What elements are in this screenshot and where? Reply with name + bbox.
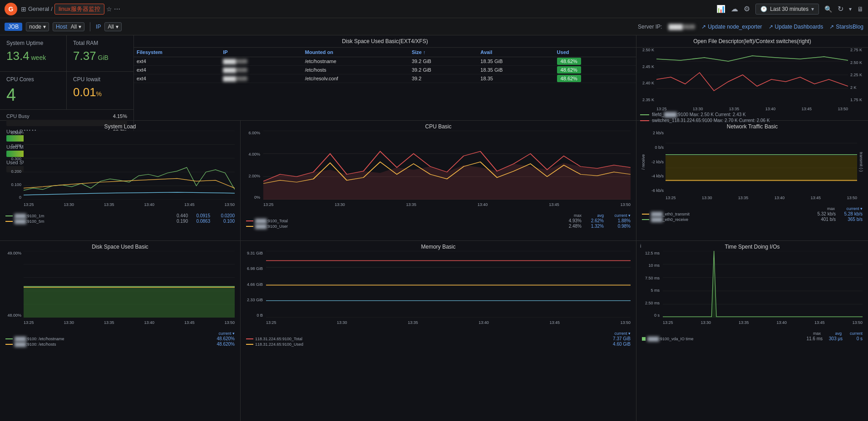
add-panel-icon[interactable]: 📊 xyxy=(716,5,725,13)
legend-row: 118.31.224.65:9100_Total 7.37 GiB xyxy=(246,336,631,341)
ip-filter-dropdown[interactable]: All ▾ xyxy=(104,22,121,31)
fd-y-axis-right: 2.75 K2.50 K2.25 K2 K1.75 K xyxy=(849,48,866,102)
job-filter-dropdown[interactable]: node ▾ xyxy=(26,22,49,31)
job-value: node xyxy=(29,24,41,30)
starsl-blog-link[interactable]: ↗ StarslsBlog xyxy=(829,24,863,30)
external-link-icon2: ↗ xyxy=(769,24,773,30)
save-icon[interactable]: ☁ xyxy=(731,5,738,13)
star-icon[interactable]: ☆ xyxy=(106,5,112,13)
refresh-dropdown-icon[interactable]: ▾ xyxy=(849,6,852,12)
settings-icon[interactable]: ⚙ xyxy=(744,5,750,13)
host-filter-dropdown[interactable]: Host All ▾ xyxy=(53,22,84,31)
update-exporter-link[interactable]: ↗ Update node_exporter xyxy=(701,24,762,30)
cpu-avg2: 1.32% xyxy=(583,224,604,229)
disk-table: Filesystem IP Mounted on Size ↑ Avail Us… xyxy=(134,48,636,83)
refresh-icon[interactable]: ↻ xyxy=(838,5,843,13)
legend-row: ████:9100_1m 0.440 0.0915 0.0200 xyxy=(5,213,235,218)
nav-left: G ⊞ General / linux服务器监控 ☆ ⋯ xyxy=(5,3,716,15)
cell-used: 48.62% xyxy=(554,66,636,74)
io-svg xyxy=(663,251,863,318)
info-icon: i xyxy=(640,244,641,249)
breadcrumb-home[interactable]: General xyxy=(28,5,49,12)
system-load-panel: System Load 0.5000.4000.3000.2000.1000 xyxy=(0,121,241,240)
time-range-picker[interactable]: 🕐 Last 30 minutes ▾ xyxy=(755,4,819,15)
memory-title: Memory Basic xyxy=(244,244,632,250)
update-exporter-label: Update node_exporter xyxy=(708,24,762,30)
net-legend: max current ▾ ████_eth0_transmit 5.32 kb… xyxy=(640,206,864,223)
filter-bar: JOB node ▾ Host All ▾ IP All ▾ Server IP… xyxy=(0,18,868,35)
cpu-legend-color2 xyxy=(246,226,253,227)
load-max2: 0.190 xyxy=(170,219,188,224)
cell-ip: ████:9100 xyxy=(220,57,302,66)
load-avg2: 0.0863 xyxy=(190,219,210,224)
cpu-iowait-label: CPU Iowait xyxy=(73,76,127,83)
network-title: Network Traffic Basic xyxy=(640,123,864,130)
nav-right: 📊 ☁ ⚙ 🕐 Last 30 minutes ▾ 🔍 ↻ ▾ 🖥 xyxy=(716,4,863,15)
memory-legend: current ▾ 118.31.224.65:9100_Total 7.37 … xyxy=(244,330,632,348)
disk-cur2: 48.620% xyxy=(205,342,235,347)
tv-mode-icon[interactable]: 🖥 xyxy=(857,5,863,13)
col-avail[interactable]: Avail xyxy=(478,48,554,57)
memory-y-axis: 9.31 GiB6.98 GiB4.66 GiB2.33 GiB0 B xyxy=(244,251,264,318)
external-link-icon3: ↗ xyxy=(829,24,834,30)
cell-mount: /etc/hosts xyxy=(302,66,409,74)
cell-used: 48.62% xyxy=(554,57,636,66)
io-cur1: 0 s xyxy=(844,336,863,341)
grafana-logo[interactable]: G xyxy=(5,3,17,15)
cell-size: 39.2 GiB xyxy=(409,66,478,74)
zoom-out-icon[interactable]: 🔍 xyxy=(824,5,832,13)
legend-row: filefd_████:9100 Max: 2.50 K Current: 2.… xyxy=(640,112,864,117)
ip-chevron-icon: ▾ xyxy=(116,24,118,30)
cpu-basic-title: CPU Basic xyxy=(244,123,632,130)
update-dashboards-link[interactable]: ↗ Update Dashboards xyxy=(769,24,824,30)
col-ip[interactable]: IP xyxy=(220,48,302,57)
col-size[interactable]: Size ↑ xyxy=(409,48,478,57)
col-used[interactable]: Used xyxy=(554,48,636,57)
memory-x-axis: 13:2513:3013:3513:4013:4513:50 xyxy=(266,320,631,325)
system-load-legend: ████:9100_1m 0.440 0.0915 0.0200 ████:91… xyxy=(4,212,237,225)
cpu-iowait-card: CPU Iowait 0.01% xyxy=(67,72,133,109)
fd-x-axis: 13:2513:3013:3513:4013:4513:50 xyxy=(656,107,848,111)
table-row: ext4 ████:9100 /etc/hosts 39.2 GiB 18.35… xyxy=(134,66,636,74)
legend-row: ████_eth0_receive 401 b/s 365 b/s xyxy=(642,217,863,222)
svg-marker-31 xyxy=(24,286,235,318)
table-row: ext4 ████:9100 /etc/resolv.conf 39.2 18.… xyxy=(134,74,636,83)
breadcrumb-current: linux服务器监控 xyxy=(54,4,104,15)
cpu-y-axis: 6.00%4.00%2.00%0% xyxy=(244,131,261,200)
load-cur1: 0.0200 xyxy=(212,213,235,218)
net-y-axis-left: 2 kb/s0 b/s-2 kb/s-4 kb/s-6 kb/s xyxy=(646,131,665,193)
io-legend: max avg current ████:9100_vda_IO time 11… xyxy=(640,330,864,342)
cell-fs: ext4 xyxy=(134,74,220,83)
load-legend-color1 xyxy=(5,215,13,216)
col-filesystem[interactable]: Filesystem xyxy=(134,48,220,57)
cpu-cores-card: CPU Cores 4 xyxy=(0,72,67,109)
legend-row: ████:9100: /etc/hosts 48.620% xyxy=(5,342,235,347)
cpu-busy-label: CPU Busy xyxy=(6,113,30,119)
col-mounted[interactable]: Mounted on xyxy=(302,48,409,57)
net-x-axis: 13:2513:3013:3513:4013:4513:50 xyxy=(666,196,857,200)
host-value: All xyxy=(71,24,77,30)
fd-legend-color1 xyxy=(640,114,649,115)
cpu-busy-value: 4.15% xyxy=(113,113,127,119)
net-max2: 401 b/s xyxy=(811,217,836,222)
disk-legend-color2 xyxy=(5,344,13,345)
system-load-x-axis: 13:2513:3013:3513:4013:4513:50 xyxy=(24,202,235,207)
io-x-axis: 13:2513:3013:3513:4013:4513:50 xyxy=(663,320,863,325)
cell-ip: ████:9100 xyxy=(220,74,302,83)
host-chevron-icon: ▾ xyxy=(79,24,81,30)
mem-legend-color2 xyxy=(246,344,253,345)
share-icon[interactable]: ⋯ xyxy=(114,5,120,13)
host-label: Host xyxy=(56,24,67,30)
server-ip-label: Server IP: xyxy=(638,24,662,30)
legend-row: ████:9100: /etc/hostname 48.620% xyxy=(5,336,235,341)
nav-icon: ⊞ xyxy=(21,5,26,13)
cell-used: 48.62% xyxy=(554,74,636,83)
disk-space-svg xyxy=(24,251,235,318)
cell-mount: /etc/resolv.conf xyxy=(302,74,409,83)
net-y-label-transmit: transmit (-) xyxy=(858,131,864,193)
load-max1: 0.440 xyxy=(170,213,188,218)
memory-basic-panel: Memory Basic 9.31 GiB6.98 GiB4.66 GiB2.3… xyxy=(241,241,636,421)
io-y-axis: 12.5 ms10 ms7.50 ms5 ms2.50 ms0 s xyxy=(640,251,661,318)
net-legend-color1 xyxy=(642,214,649,215)
cpu-basic-svg xyxy=(263,131,631,200)
